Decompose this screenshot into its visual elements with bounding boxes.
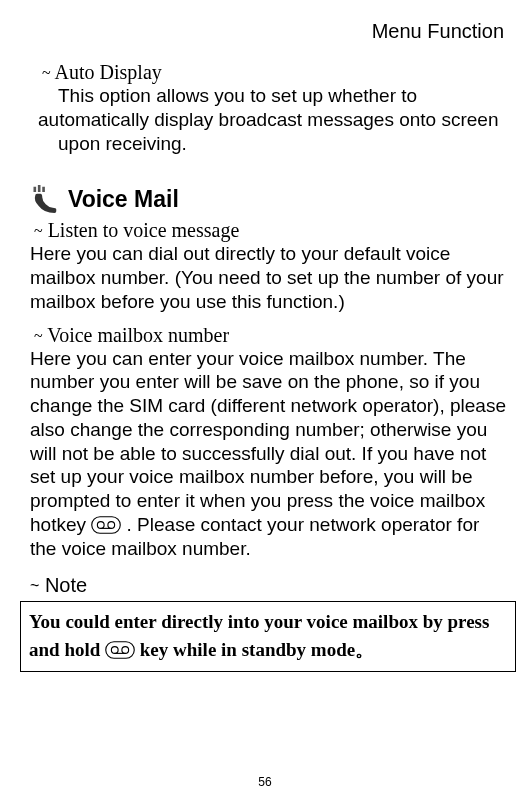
- svg-rect-7: [106, 642, 135, 659]
- note-heading: ~ Note: [30, 574, 510, 597]
- svg-rect-2: [42, 187, 45, 192]
- page-header: Menu Function: [30, 20, 510, 43]
- svg-point-4: [98, 521, 105, 528]
- voice-mail-heading: Voice Mail: [30, 185, 510, 213]
- auto-display-line2: automatically display broadcast messages…: [38, 108, 510, 132]
- note-box: You could enter directly into your voice…: [20, 601, 516, 672]
- svg-point-5: [108, 521, 115, 528]
- svg-point-9: [122, 646, 129, 653]
- auto-display-title-line: ~ Auto Display: [42, 61, 510, 84]
- note-label: Note: [45, 574, 87, 596]
- bullet-icon: ~: [34, 222, 43, 239]
- bullet-icon: ~: [42, 64, 51, 81]
- listen-body: Here you can dial out directly to your d…: [30, 242, 510, 313]
- auto-display-title: Auto Display: [55, 61, 162, 83]
- voicemail-key-icon: [105, 641, 135, 659]
- listen-title: Listen to voice message: [48, 219, 240, 241]
- bullet-icon: ~: [34, 327, 43, 344]
- number-body: Here you can enter your voice mailbox nu…: [30, 347, 510, 561]
- svg-rect-3: [92, 517, 121, 534]
- number-body-before: Here you can enter your voice mailbox nu…: [30, 348, 506, 535]
- auto-display-line3: upon receiving.: [58, 132, 510, 156]
- note-text-after: key while in standby mode。: [140, 639, 374, 660]
- auto-display-body: This option allows you to set up whether…: [38, 84, 510, 155]
- phone-bars-icon: [30, 185, 58, 213]
- svg-rect-1: [38, 185, 41, 192]
- svg-rect-0: [34, 187, 37, 192]
- voice-mail-title: Voice Mail: [68, 186, 179, 213]
- number-title-line: ~ Voice mailbox number: [34, 324, 510, 347]
- voicemail-key-icon: [91, 516, 121, 534]
- page-number: 56: [0, 775, 530, 789]
- number-title: Voice mailbox number: [47, 324, 229, 346]
- listen-title-line: ~ Listen to voice message: [34, 219, 510, 242]
- auto-display-line1: This option allows you to set up whether…: [58, 84, 510, 108]
- bullet-icon: ~: [30, 577, 39, 594]
- svg-point-8: [111, 646, 118, 653]
